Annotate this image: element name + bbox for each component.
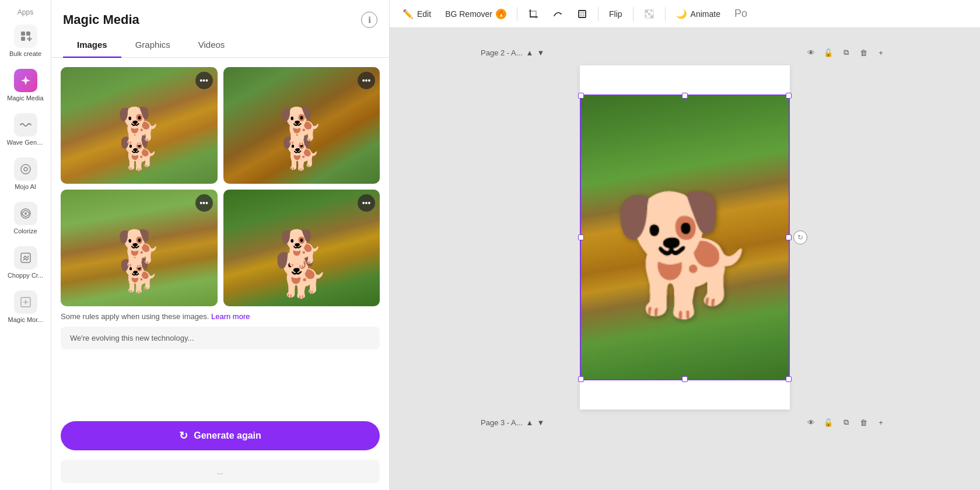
- page-3-actions: 👁 🔓 ⧉ 🗑 +: [803, 414, 889, 430]
- sidebar-item-choppy[interactable]: Choppy Cr...: [4, 242, 48, 284]
- choppy-icon: [14, 246, 37, 270]
- sidebar-item-magic-media[interactable]: Magic Media: [4, 64, 48, 106]
- dog-image-1: 🐕: [61, 67, 218, 184]
- handle-bottom-left[interactable]: [578, 376, 584, 382]
- page-3-label-left: Page 3 - A... ▲ ▼: [481, 418, 544, 427]
- edit-button[interactable]: ✏️ Edit: [397, 5, 437, 23]
- page-3-up-btn[interactable]: ▲: [526, 418, 534, 427]
- generated-image-1[interactable]: 🐕 •••: [61, 67, 218, 184]
- page-2-top-canvas[interactable]: [580, 65, 790, 94]
- canvas-area: ✏️ Edit BG Remover 🔥: [390, 0, 980, 490]
- page-3-copy-btn[interactable]: ⧉: [838, 414, 854, 430]
- page-3-add-btn[interactable]: +: [873, 414, 889, 430]
- handle-bottom-right[interactable]: [786, 376, 792, 382]
- selected-image-container[interactable]: 🐕 ↻: [580, 94, 790, 380]
- page-2-up-btn[interactable]: ▲: [526, 48, 534, 57]
- curve-button[interactable]: [547, 5, 569, 23]
- generated-image-3[interactable]: 🐕 •••: [61, 190, 218, 306]
- svg-rect-2: [21, 37, 25, 41]
- sidebar-item-colorize[interactable]: Colorize: [4, 197, 48, 239]
- svg-rect-1: [26, 32, 30, 36]
- page-3-lock-btn[interactable]: 🔓: [820, 414, 836, 430]
- rotate-handle[interactable]: ↻: [793, 230, 807, 244]
- handle-top-right[interactable]: [786, 93, 792, 99]
- sidebar-item-mojo-ai[interactable]: Mojo AI: [4, 153, 48, 195]
- canvas-dog-image: 🐕: [581, 96, 789, 379]
- bg-remover-label: BG Remover: [445, 9, 492, 19]
- page-2-down-btn[interactable]: ▼: [537, 48, 544, 57]
- sidebar-item-wave-gen[interactable]: Wave Gene...: [4, 108, 48, 150]
- bottom-section: ...: [61, 460, 380, 483]
- svg-point-9: [24, 212, 27, 215]
- sidebar: Apps Bulk create Magic Media: [0, 0, 51, 490]
- image-more-btn-3[interactable]: •••: [195, 194, 213, 212]
- dog-image-4: 🐕: [223, 190, 380, 306]
- sidebar-item-label: Wave Gene...: [7, 139, 44, 146]
- page-2-delete-btn[interactable]: 🗑: [855, 44, 872, 61]
- page-3-down-btn[interactable]: ▼: [537, 418, 544, 427]
- frame-button[interactable]: [571, 5, 593, 23]
- tab-graphics[interactable]: Graphics: [121, 35, 184, 58]
- page-strip: Page 2 - A... ▲ ▼ 👁 🔓 ⧉ 🗑 +: [481, 40, 889, 435]
- handle-top-left[interactable]: [578, 93, 584, 99]
- magic-more-icon: [14, 290, 37, 314]
- page-2-label-left: Page 2 - A... ▲ ▼: [481, 48, 544, 57]
- page-2-add-btn[interactable]: +: [873, 44, 889, 61]
- panel-tabs: Images Graphics Videos: [51, 28, 389, 58]
- handle-bottom-middle[interactable]: [682, 376, 688, 382]
- sidebar-item-label: Bulk create: [7, 50, 44, 57]
- page-3-delete-btn[interactable]: 🗑: [855, 414, 872, 430]
- panel-header: Magic Media ℹ: [51, 0, 389, 28]
- crop-button[interactable]: [522, 5, 544, 23]
- svg-rect-12: [579, 10, 586, 18]
- flip-button[interactable]: Flip: [603, 6, 628, 22]
- handle-middle-right[interactable]: [786, 235, 792, 240]
- page-3-label: Page 3 - A...: [481, 418, 523, 427]
- handle-middle-left[interactable]: [578, 235, 584, 240]
- page-2-eye-btn[interactable]: 👁: [803, 44, 819, 61]
- learn-more-link[interactable]: Learn more: [211, 312, 250, 321]
- image-more-btn-2[interactable]: •••: [358, 72, 375, 89]
- svg-rect-14: [645, 10, 648, 13]
- selection-border: 🐕: [580, 94, 790, 380]
- wave-gen-icon: [14, 113, 37, 136]
- page-2-lock-btn[interactable]: 🔓: [820, 44, 836, 61]
- panel-content: 🐕 ••• 🐕 ••• 🐕: [51, 58, 389, 490]
- more-options-button[interactable]: Po: [729, 4, 753, 23]
- animate-button[interactable]: 🌙 Animate: [670, 5, 726, 23]
- canvas-scroll[interactable]: Page 2 - A... ▲ ▼ 👁 🔓 ⧉ 🗑 +: [390, 28, 980, 490]
- svg-point-6: [21, 164, 30, 174]
- generate-again-button[interactable]: ↻ Generate again: [61, 421, 380, 450]
- mojo-ai-icon: [14, 158, 37, 181]
- sidebar-item-label: Colorize: [7, 228, 44, 235]
- image-more-btn-4[interactable]: •••: [358, 194, 375, 212]
- tab-images[interactable]: Images: [63, 35, 121, 58]
- transparency-button[interactable]: [638, 5, 660, 23]
- generated-image-4[interactable]: 🐕 •••: [223, 190, 380, 306]
- svg-rect-10: [21, 253, 30, 262]
- svg-rect-16: [648, 13, 650, 15]
- magic-media-icon: [14, 69, 37, 92]
- sidebar-item-magic-more[interactable]: Magic Mor...: [4, 286, 48, 328]
- panel-title: Magic Media: [63, 12, 139, 27]
- tab-videos[interactable]: Videos: [184, 35, 239, 58]
- generate-icon: ↻: [179, 429, 188, 442]
- toolbar-divider-4: [665, 7, 666, 21]
- bg-remover-button[interactable]: BG Remover 🔥: [439, 5, 512, 23]
- svg-rect-0: [21, 32, 25, 36]
- info-icon[interactable]: ℹ: [361, 12, 377, 28]
- edit-icon: ✏️: [402, 9, 414, 19]
- page-2-copy-btn[interactable]: ⧉: [838, 44, 854, 61]
- generated-image-2[interactable]: 🐕 •••: [223, 67, 380, 184]
- sidebar-item-bulk-create[interactable]: Bulk create: [4, 20, 48, 62]
- image-more-btn-1[interactable]: •••: [195, 72, 213, 89]
- handle-top-middle[interactable]: [682, 93, 688, 99]
- toolbar: ✏️ Edit BG Remover 🔥: [390, 0, 980, 28]
- page-2-label-row: Page 2 - A... ▲ ▼ 👁 🔓 ⧉ 🗑 +: [481, 40, 889, 65]
- svg-point-7: [24, 167, 27, 171]
- bulk-create-icon: [14, 24, 37, 48]
- page-3-eye-btn[interactable]: 👁: [803, 414, 819, 430]
- svg-rect-17: [645, 15, 647, 17]
- page-2-bottom-canvas[interactable]: [580, 380, 790, 410]
- sidebar-item-label: Choppy Cr...: [7, 272, 44, 279]
